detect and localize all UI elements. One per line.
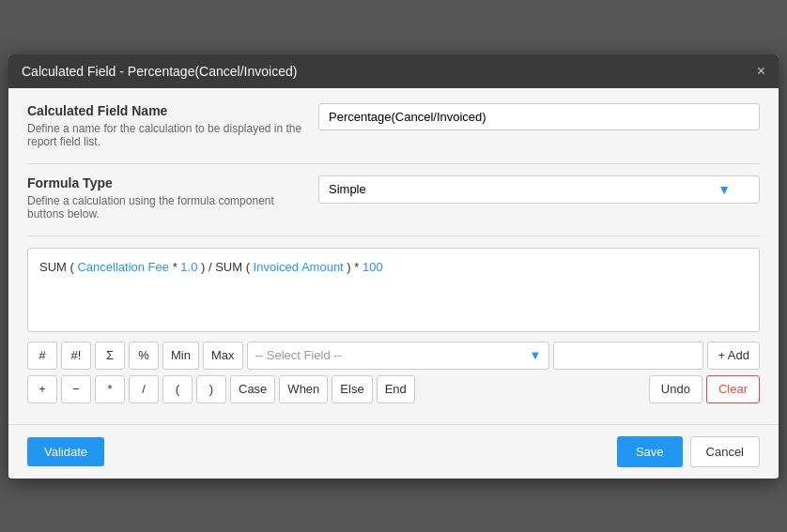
field-name-input-block	[318, 103, 760, 130]
open-paren-button[interactable]: (	[162, 375, 193, 403]
modal-title: Calculated Field - Percentage(Cancel/Inv…	[22, 64, 297, 79]
formula-type-label-block: Formula Type Define a calculation using …	[27, 175, 309, 220]
sigma-button[interactable]: Σ	[95, 342, 125, 370]
formula-sum1: SUM (	[39, 260, 77, 274]
modal-header: Calculated Field - Percentage(Cancel/Inv…	[8, 54, 779, 88]
close-button[interactable]: ×	[757, 64, 765, 79]
hash-bang-button[interactable]: #!	[61, 342, 91, 370]
plus-button[interactable]: +	[27, 375, 57, 403]
formula-type-input-block: Simple ▼	[318, 175, 760, 204]
modal-footer: Validate Save Cancel	[8, 424, 779, 479]
formula-mult: *	[169, 260, 180, 274]
save-button[interactable]: Save	[617, 436, 683, 467]
divider-1	[27, 163, 760, 164]
modal-body: Calculated Field Name Define a name for …	[8, 88, 779, 424]
formula-type-row: Formula Type Define a calculation using …	[27, 175, 760, 220]
formula-text: SUM ( Cancellation Fee * 1.0 ) / SUM ( I…	[39, 260, 383, 274]
select-field-chevron-icon: ▼	[530, 348, 542, 362]
chevron-down-icon: ▼	[718, 182, 731, 197]
clear-button[interactable]: Clear	[706, 375, 760, 403]
select-field-wrapper: -- Select Field -- ▼	[247, 342, 550, 370]
field-name-label: Calculated Field Name	[27, 103, 309, 118]
formula-div-sum: ) / SUM (	[197, 260, 253, 274]
validate-button[interactable]: Validate	[27, 437, 104, 466]
add-value-input[interactable]	[553, 342, 703, 370]
select-field-placeholder: -- Select Field --	[255, 348, 342, 362]
minus-button[interactable]: −	[61, 375, 91, 403]
field-name-row: Calculated Field Name Define a name for …	[27, 103, 760, 148]
formula-type-select[interactable]: Simple ▼	[318, 175, 760, 204]
undo-button[interactable]: Undo	[649, 375, 702, 403]
formula-display: SUM ( Cancellation Fee * 1.0 ) / SUM ( I…	[27, 248, 760, 332]
when-button[interactable]: When	[279, 375, 328, 403]
field-name-input[interactable]	[318, 103, 760, 130]
button-row-1: # #! Σ % Min Max -- Select Field -- ▼ + …	[27, 342, 760, 370]
divide-button[interactable]: /	[129, 375, 159, 403]
formula-mult2: ) *	[344, 260, 363, 274]
case-button[interactable]: Case	[230, 375, 275, 403]
cancel-button[interactable]: Cancel	[690, 436, 760, 467]
end-button[interactable]: End	[377, 375, 415, 403]
multiply-button[interactable]: *	[95, 375, 125, 403]
min-button[interactable]: Min	[162, 342, 199, 370]
field-name-description: Define a name for the calculation to be …	[27, 122, 309, 148]
formula-type-description: Define a calculation using the formula c…	[27, 194, 309, 220]
divider-2	[27, 236, 760, 236]
formula-type-select-wrapper: Simple ▼	[318, 175, 760, 204]
formula-type-label: Formula Type	[27, 175, 309, 190]
formula-invoiced-amount: Invoiced Amount	[254, 260, 344, 274]
hash-button[interactable]: #	[27, 342, 57, 370]
modal-dialog: Calculated Field - Percentage(Cancel/Inv…	[8, 54, 779, 479]
select-field-dropdown[interactable]: -- Select Field -- ▼	[247, 342, 550, 370]
formula-cancellation-fee: Cancellation Fee	[77, 260, 169, 274]
button-row-2: + − * / ( ) Case When Else End Undo Clea…	[27, 375, 760, 403]
close-paren-button[interactable]: )	[196, 375, 226, 403]
max-button[interactable]: Max	[203, 342, 243, 370]
percent-button[interactable]: %	[129, 342, 159, 370]
formula-hundred: 100	[363, 260, 383, 274]
formula-multiplier: 1.0	[180, 260, 197, 274]
else-button[interactable]: Else	[332, 375, 372, 403]
formula-type-value: Simple	[329, 182, 366, 196]
field-name-label-block: Calculated Field Name Define a name for …	[27, 103, 309, 148]
footer-right: Save Cancel	[617, 436, 760, 467]
add-button[interactable]: + Add	[707, 342, 760, 370]
